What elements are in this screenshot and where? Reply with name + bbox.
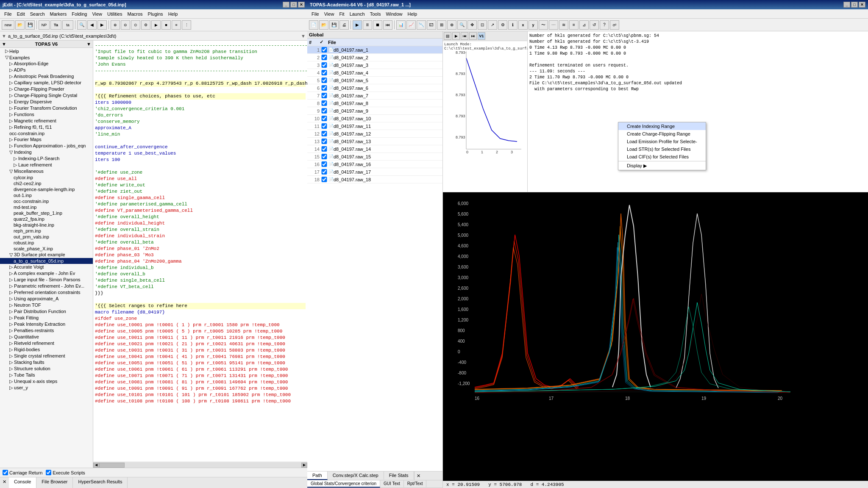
topas-axis-y-btn[interactable]: y: [529, 20, 538, 30]
file-row-11[interactable]: 11📄 d8_04197.raw_11: [307, 122, 442, 130]
tree-item-absorption[interactable]: ▷ Absorption-Edge: [0, 61, 93, 67]
find-next-btn[interactable]: ▶: [97, 20, 107, 30]
tree-item-penalties[interactable]: ▷ Penalties-restraints: [0, 327, 93, 334]
tree-item-peak-fitting[interactable]: ▷ Peak Fitting: [0, 315, 93, 321]
horiz-scroll[interactable]: ◀ ▶: [93, 462, 307, 468]
topas-axes-btn[interactable]: ⊞: [437, 20, 446, 30]
graph-icon-btn4[interactable]: ⏭: [469, 32, 477, 40]
file-row-2[interactable]: 2📄 d8_04197.raw_2: [307, 54, 442, 61]
topas-menu-launch[interactable]: Launch: [347, 11, 367, 17]
file-check-17[interactable]: [321, 169, 327, 175]
tree-item-capillary[interactable]: ▷ Capillary sample, LPSD detector: [0, 80, 93, 86]
topas-save-btn[interactable]: 💾: [329, 20, 339, 30]
topas-axis-x-btn[interactable]: x: [518, 20, 528, 30]
tree-item-refining[interactable]: ▷ Refining f0, f1, f11: [0, 124, 93, 130]
close-bottom-btn[interactable]: ✕: [0, 477, 9, 488]
tree-item-pair-dist[interactable]: ▷ Pair Distribution Function: [0, 308, 93, 315]
file-row-7[interactable]: 7📄 d8_04197.raw_7: [307, 92, 442, 100]
tree-item-large[interactable]: ▷ Large input file - Simon Parsons: [0, 277, 93, 283]
topas-close-btn[interactable]: ✕: [859, 2, 865, 8]
tab-conv[interactable]: Conv.step/X Calc.step: [328, 471, 384, 480]
file-check-1[interactable]: [321, 47, 327, 53]
topas-sigma-btn[interactable]: σ²: [610, 20, 619, 30]
tree-item-misc[interactable]: ▽ Miscellaneous: [0, 168, 93, 175]
topas-maximize-btn[interactable]: □: [851, 2, 858, 8]
scroll-left-btn[interactable]: ◀: [93, 463, 99, 468]
ctx-load-cif[interactable]: Load CIF(s) for Selected Files: [618, 153, 706, 161]
zoom-in-btn[interactable]: ⊕: [111, 20, 120, 30]
file-check-7[interactable]: [321, 93, 327, 98]
topas-pause-btn[interactable]: ⏸: [363, 20, 372, 30]
ta-big-btn[interactable]: Ta: [50, 20, 61, 30]
file-row-10[interactable]: 10📄 d8_04197.raw_10: [307, 115, 442, 122]
tree-item-md[interactable]: md-test.inp: [0, 204, 93, 210]
tree-item-functions[interactable]: ▷ Functions: [0, 111, 93, 118]
topas-info-btn[interactable]: ℹ: [508, 20, 517, 30]
file-row-17[interactable]: 17📄 d8_04197.raw_17: [307, 168, 442, 176]
tab-file-stats[interactable]: File Stats: [384, 471, 414, 480]
topas-rewind-btn[interactable]: ⏮: [383, 20, 392, 30]
tree-item-magnetic[interactable]: ▷ Magnetic refinement: [0, 118, 93, 124]
menu-edit[interactable]: Edit: [14, 11, 28, 17]
tab-path[interactable]: Path: [307, 471, 328, 480]
tree-item-charge-single[interactable]: ▷ Charge-Flipping Single Crystal: [0, 92, 93, 99]
menu-help[interactable]: Help: [166, 11, 181, 17]
tree-item-adps[interactable]: ▷ ADPs: [0, 67, 93, 73]
tree-item-structure[interactable]: ▷ Structure solution: [0, 366, 93, 372]
tree-item-chi2[interactable]: chi2-ceo2.inp: [0, 180, 93, 186]
tree-item-peak-intensity[interactable]: ▷ Peak Intensity Extraction: [0, 321, 93, 327]
tree-item-examples[interactable]: ▽Examples: [0, 54, 93, 61]
graph-icon-btn1[interactable]: ▤: [444, 32, 451, 40]
tree-item-reph[interactable]: reph_prm.inp: [0, 228, 93, 234]
tree-item-approx-a[interactable]: ▷ Using approximate_A: [0, 296, 93, 302]
file-check-12[interactable]: [321, 131, 327, 136]
jedit-close-btn[interactable]: ✕: [298, 2, 305, 8]
v1-btn[interactable]: V1: [478, 32, 485, 40]
topas-open-btn[interactable]: 📂: [319, 20, 328, 30]
topas-more2-btn[interactable]: ≋: [559, 20, 568, 30]
tree-item-out1[interactable]: out-1.inp: [0, 192, 93, 198]
tree-item-divergence[interactable]: divergence-sample-length.inp: [0, 186, 93, 192]
search-btn[interactable]: 🔍: [77, 20, 86, 30]
file-check-18[interactable]: [321, 177, 327, 182]
menu-macros[interactable]: Macros: [125, 11, 145, 17]
tree-item-laue[interactable]: ▷ Laue refinement: [0, 162, 93, 168]
tree-item-charge-powder[interactable]: ▷ Charge-Flipping Powder: [0, 86, 93, 92]
tree-item-indexing-lp[interactable]: ▷ Indexing-LP-Search: [0, 155, 93, 162]
tree-item-stacking[interactable]: ▷ Stacking faults: [0, 359, 93, 366]
topas-minimize-btn[interactable]: _: [843, 2, 850, 8]
tab-hypersearch[interactable]: HyperSearch Results: [73, 477, 128, 488]
tree-item-fourier-maps[interactable]: ▷ Fourier Maps: [0, 136, 93, 143]
menu-folding[interactable]: Folding: [69, 11, 89, 17]
tree-item-aniso[interactable]: ▷ Anisotropic Peak Broadening: [0, 73, 93, 80]
topas-settings-btn[interactable]: ⚙: [498, 20, 507, 30]
topas-graph4-btn[interactable]: 🗠: [427, 20, 436, 30]
tree-item-accurate-voigt[interactable]: ▷ Accurate Voigt: [0, 264, 93, 270]
tree-item-unequal[interactable]: ▷ Unequal x-axis steps: [0, 378, 93, 385]
tree-item-neutron[interactable]: ▷ Neutron TOF: [0, 302, 93, 308]
find-prev-btn[interactable]: ◀: [87, 20, 97, 30]
tab-gui-text[interactable]: GUI Text: [380, 480, 404, 488]
tree-item-3d-surface[interactable]: ▽ 3D Surface plot example: [0, 252, 93, 258]
main-graph-area[interactable]: 6,000 5,600 5,400 5,000 4,600 4,000 3,60…: [443, 192, 868, 488]
options-btn[interactable]: ⚙: [141, 20, 150, 30]
menu-utilities[interactable]: Utilities: [105, 11, 125, 17]
menu-markers[interactable]: Markers: [47, 11, 70, 17]
file-check-13[interactable]: [321, 139, 327, 144]
topas-graph3-btn[interactable]: 📉: [417, 20, 426, 30]
tree-item-bkg[interactable]: bkg-straight-line.inp: [0, 222, 93, 228]
ctx-create-indexing[interactable]: Create Indexing Range: [618, 122, 706, 130]
open-file-btn[interactable]: 📂: [15, 20, 25, 30]
tree-item-quantitative[interactable]: ▷ Quantitative: [0, 334, 93, 340]
topas-print-btn[interactable]: 🖨: [339, 20, 349, 30]
topas-export-btn[interactable]: ↗: [488, 20, 497, 30]
jedit-minimize-btn[interactable]: _: [283, 2, 289, 8]
ta-small-btn[interactable]: ta: [62, 20, 73, 30]
execute-scripts-check[interactable]: [46, 470, 51, 475]
tree-item-energy[interactable]: ▷ Energy Dispersive: [0, 99, 93, 105]
menu-search[interactable]: Search: [28, 11, 47, 17]
close-data-panel-btn[interactable]: ✕: [414, 471, 423, 480]
tree-item-scale[interactable]: scale_phase_X.inp: [0, 246, 93, 252]
graph-icon-btn3[interactable]: ⏮: [461, 32, 468, 40]
file-row-14[interactable]: 14📄 d8_04197.raw_14: [307, 145, 442, 153]
